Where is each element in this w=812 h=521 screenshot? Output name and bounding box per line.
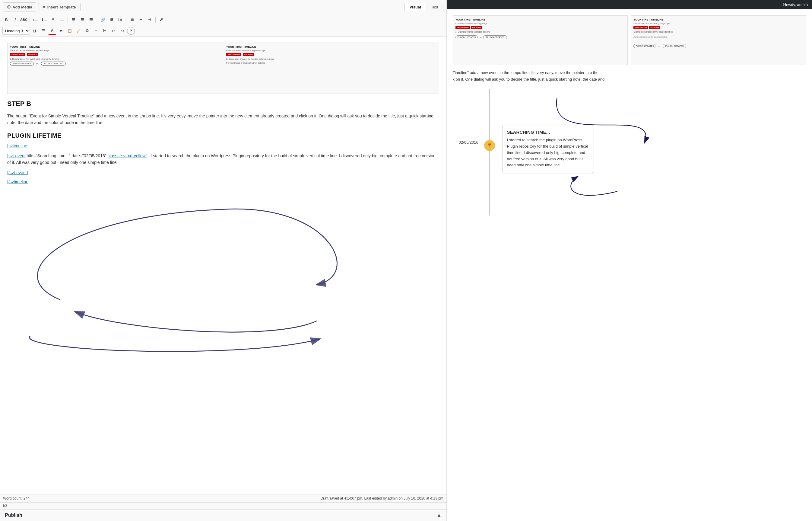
preview-screenshots-row: YOUR FIRST TIMELINE lorem ipsum text exp… xyxy=(453,16,806,65)
fullscreen-button[interactable]: ⤢ xyxy=(158,16,165,24)
insert-template-label: Insert Template xyxy=(47,5,76,9)
timeline-vertical-line xyxy=(489,89,490,216)
font-color-button[interactable]: A xyxy=(48,27,56,35)
align-right-button[interactable]: ☰ xyxy=(87,16,95,24)
format-indicator: h3 xyxy=(0,502,447,509)
publish-section: Publish ▲ xyxy=(0,509,447,521)
tab-visual[interactable]: Visual xyxy=(405,3,426,11)
editor-tab-group: Visual Text xyxy=(405,3,444,11)
italic-label: I xyxy=(15,18,16,22)
word-count-label: Word count: xyxy=(3,496,22,500)
mock-plugin-creates: PLUGIN CREATES xyxy=(41,62,66,66)
help-button[interactable]: ? xyxy=(127,27,135,35)
bold-label: B xyxy=(5,18,7,22)
editor-content-area[interactable]: YOUR FIRST TIMELINE some text about time… xyxy=(0,37,447,494)
word-count-value: 244 xyxy=(24,496,29,500)
heading-select[interactable]: Heading 3 Heading 1 Heading 2 Heading 4 … xyxy=(2,27,30,35)
toolbar-top: ⊕ Add Media ✏ Insert Template Visual Tex… xyxy=(0,0,447,14)
mock-title-1: YOUR FIRST TIMELINE xyxy=(10,45,220,48)
mock-btn-svt: svt-event xyxy=(27,53,38,56)
step-b-paragraph: The button "Event for Simple Vertical Ti… xyxy=(7,113,439,126)
mock-btn-svt-r: svt-event xyxy=(243,53,254,56)
format-toolbar-row1: B I ABC •— 1— “ — ☰ ☰ ☰ 🔗 ⛓ |◁| ⊞ ⊢ ⊣ ⤢ xyxy=(0,14,447,25)
step-b-heading: STEP B xyxy=(7,100,439,108)
plugin-lifetime-heading: PLUGIN LIFETIME xyxy=(7,132,439,139)
tab-text[interactable]: Text xyxy=(426,3,443,11)
bold-button[interactable]: B xyxy=(2,16,10,24)
svt-class-link[interactable]: class="svt-cd-yellow" xyxy=(108,153,147,158)
location-pin-icon: 📍 xyxy=(486,143,493,149)
publish-title: Publish xyxy=(5,513,22,518)
preview-screenshot-left: YOUR FIRST TIMELINE lorem ipsum text exp… xyxy=(453,16,628,65)
strikethrough-button[interactable]: ABC xyxy=(20,16,28,24)
indent-button[interactable]: ⊢ xyxy=(137,16,145,24)
mock-btn-new-timeline: New timeline xyxy=(10,53,25,56)
separator3 xyxy=(97,17,97,23)
pencil-icon: ✏ xyxy=(43,5,46,9)
separator2 xyxy=(68,17,68,23)
publish-chevron[interactable]: ▲ xyxy=(437,513,441,518)
separator1 xyxy=(29,17,30,23)
hr-button[interactable]: — xyxy=(58,16,66,24)
preview-content: YOUR FIRST TIMELINE lorem ipsum text exp… xyxy=(447,9,812,228)
blockquote-button[interactable]: “ xyxy=(49,16,57,24)
separator4 xyxy=(126,17,126,23)
link-button[interactable]: 🔗 xyxy=(99,16,107,24)
preview-screenshot-right: YOUR FIRST TIMELINE lorem ipsum text exp… xyxy=(631,16,806,65)
indent2-button[interactable]: ⊢ xyxy=(101,27,109,35)
preview-panel: Howdy, admin YOUR FIRST TIMELINE lorem i… xyxy=(447,0,812,521)
close-event-shortcode: [/svt-event] xyxy=(7,170,439,175)
svt-event-link[interactable]: [svt-event xyxy=(7,153,26,158)
insert-more-button[interactable]: |◁| xyxy=(116,16,124,24)
clear-format-button[interactable]: 🧹 xyxy=(74,27,82,35)
outdent-button[interactable]: ⊣ xyxy=(146,16,153,24)
align-center-button[interactable]: ☰ xyxy=(78,16,86,24)
insert-template-button[interactable]: ✏ Insert Template xyxy=(38,3,80,11)
table-button[interactable]: ⊞ xyxy=(128,16,136,24)
justify-button[interactable]: ☰ xyxy=(40,27,47,35)
close-svtimeline-shortcode: [/svtimeline] xyxy=(7,179,439,184)
outdent2-button[interactable]: ⊣ xyxy=(92,27,100,35)
close-svt-event-link[interactable]: [/svt-event] xyxy=(7,170,28,175)
mock-buttons-left: New timeline svt-event xyxy=(10,53,220,56)
current-format-label: h3 xyxy=(3,504,7,508)
preview-text-2: k on it. One dialog will ask you to deci… xyxy=(453,77,605,82)
shortcode-open-line: [svtimeline] xyxy=(7,143,439,148)
unlink-button[interactable]: ⛓ xyxy=(108,16,116,24)
format-toolbar-row2: Heading 3 Heading 1 Heading 2 Heading 4 … xyxy=(0,25,447,37)
color-chevron-button[interactable]: ▼ xyxy=(57,27,65,35)
close-svtimeline-link[interactable]: [/svtimeline] xyxy=(7,179,29,184)
undo-button[interactable]: ↩ xyxy=(110,27,117,35)
add-media-button[interactable]: ⊕ Add Media xyxy=(3,2,36,12)
unordered-list-button[interactable]: •— xyxy=(32,16,40,24)
card-title: SEARCHING TIME... xyxy=(507,130,589,135)
mock-buttons-right: New timeline svt-event xyxy=(226,53,436,56)
preview-topbar: Howdy, admin xyxy=(447,0,812,9)
mock-title-2: YOUR FIRST TIMELINE xyxy=(226,45,436,48)
event-code-line: [svt-event title="Searching time..." dat… xyxy=(7,153,439,166)
align-left-button[interactable]: ☰ xyxy=(70,16,77,24)
svt-event-attrs: title="Searching time..." date="02/05/20… xyxy=(27,153,108,158)
preview-continuation-text: Timeline" add a new event in the tempo l… xyxy=(453,69,806,83)
svtimeline-shortcode-link[interactable]: [svtimeline] xyxy=(7,143,28,148)
mock-arrow-row: PLUGIN UPDATES → PLUGIN CREATES xyxy=(10,61,220,66)
timeline-date: 02/05/2016 xyxy=(459,140,478,144)
redo-button[interactable]: ↪ xyxy=(118,27,126,35)
ordered-list-button[interactable]: 1— xyxy=(41,16,48,24)
timeline-event-card: SEARCHING TIME... I started to search th… xyxy=(503,125,593,173)
plus-icon: ⊕ xyxy=(7,4,11,10)
preview-text-1: Timeline" add a new event in the tempo l… xyxy=(453,70,598,75)
underline-button[interactable]: U xyxy=(31,27,39,35)
save-status: Draft saved at 4:14:07 pm. Last edited b… xyxy=(320,496,444,500)
add-media-label: Add Media xyxy=(13,5,32,9)
status-bar: Word count: 244 Draft saved at 4:14:07 p… xyxy=(0,494,447,502)
timeline-node-dot: 📍 xyxy=(484,140,495,151)
mock-btn-new-timeline-r: New timeline xyxy=(226,53,241,56)
word-count: Word count: 244 xyxy=(3,496,29,500)
special-char-button[interactable]: Ω xyxy=(83,27,91,35)
editor-panel: ⊕ Add Media ✏ Insert Template Visual Tex… xyxy=(0,0,447,521)
paste-text-button[interactable]: 📋 xyxy=(66,27,74,35)
italic-button[interactable]: I xyxy=(11,16,19,24)
mock-plugin-updates: PLUGIN UPDATES xyxy=(10,62,34,66)
admin-greeting: Howdy, admin xyxy=(783,2,808,7)
